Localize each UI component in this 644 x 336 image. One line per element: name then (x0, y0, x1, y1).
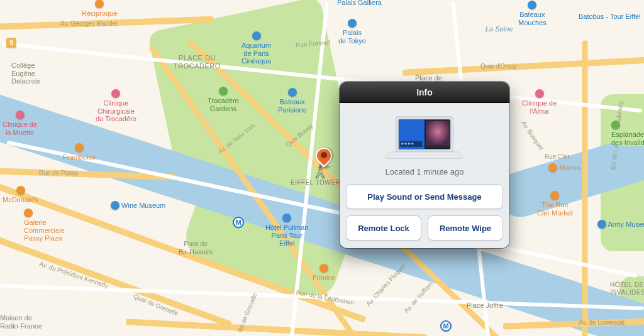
museum-icon (348, 19, 357, 28)
poi-galerie: Galerie Commerciale Passy Plaza (24, 209, 65, 242)
located-status-text: Located 1 minute ago (346, 167, 503, 176)
svg-point-9 (411, 143, 414, 145)
remote-wipe-button[interactable]: Remote Wipe (428, 215, 503, 241)
svg-rect-11 (427, 145, 449, 148)
hospital-icon (535, 89, 544, 98)
svg-point-7 (405, 143, 408, 145)
shop-icon (95, 0, 104, 8)
popover-title: Info (340, 82, 509, 103)
metro-badge: M (233, 217, 244, 228)
shop-icon (24, 209, 33, 217)
device-thumbnail (346, 113, 503, 163)
poi-maison-radio-france: Maison de Radio-France (0, 314, 42, 330)
poi-college: Collège Eugène Delacroix (11, 62, 40, 85)
svg-point-6 (401, 143, 404, 145)
poi-bateaux-mouches: Bateaux Mouches (518, 1, 547, 26)
poi-batobus: Batobus - Tour Eiffel (579, 13, 641, 21)
river-label: La Seine (486, 25, 513, 33)
hospital-icon (111, 89, 120, 98)
poi-palais-galliera: Palais Galliera (337, 0, 382, 7)
street-bosquet: Av. Bosquet (520, 120, 545, 151)
svg-rect-10 (426, 121, 450, 148)
svg-point-8 (408, 143, 411, 145)
poi-reciproque: Réciproque (82, 0, 117, 18)
road (126, 318, 428, 336)
svg-rect-5 (401, 141, 423, 147)
road (402, 56, 644, 76)
route-badge: 9 (6, 38, 16, 48)
remote-lock-button[interactable]: Remote Lock (346, 215, 421, 241)
play-sound-button[interactable]: Play Sound or Send Message (346, 184, 503, 209)
poi-wine-museum: Wine Museum (111, 201, 165, 211)
device-info-popover: Info Located 1 minute ago Play Sound or … (340, 82, 509, 248)
poi-palais-tokyo: Palais de Tokyo (338, 19, 366, 45)
boat-icon (528, 1, 536, 9)
metro-badge: M (440, 320, 452, 332)
map-canvas[interactable]: La Seine Réciproque Av. Georges Mandel C… (0, 0, 644, 336)
museum-icon (111, 201, 119, 210)
road (582, 41, 588, 337)
poi-clinique-chirurgicale: Clinique Chirurgicale du Trocadéro (96, 89, 136, 123)
